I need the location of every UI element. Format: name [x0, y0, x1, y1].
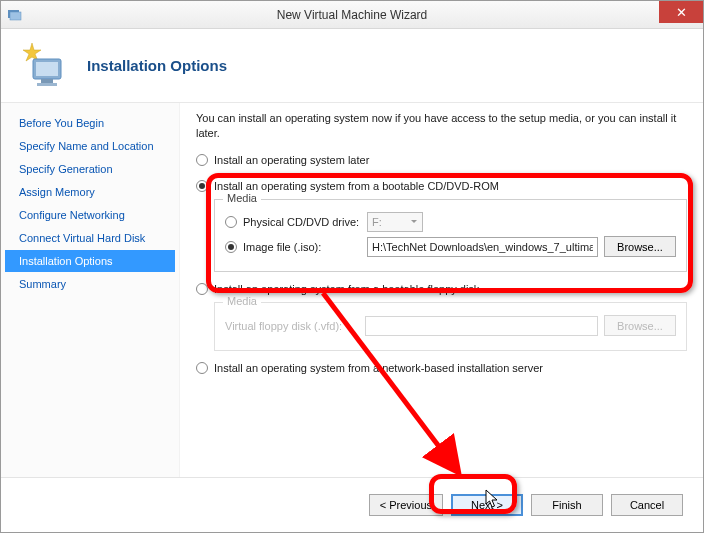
sidebar-item-specify-name[interactable]: Specify Name and Location [5, 135, 175, 157]
sidebar-item-configure-networking[interactable]: Configure Networking [5, 204, 175, 226]
radio-icon [196, 180, 208, 192]
vfd-label: Virtual floppy disk (.vfd): [225, 320, 365, 332]
browse-vfd-button: Browse... [604, 315, 676, 336]
radio-icon [196, 362, 208, 374]
app-icon [7, 7, 23, 23]
option-label: Install an operating system from a boota… [214, 283, 479, 295]
sidebar-item-before-you-begin[interactable]: Before You Begin [5, 112, 175, 134]
wizard-footer: < Previous Next > Finish Cancel [1, 477, 703, 532]
option-label: Install an operating system later [214, 154, 369, 166]
sidebar-item-connect-vhd[interactable]: Connect Virtual Hard Disk [5, 227, 175, 249]
previous-button[interactable]: < Previous [369, 494, 443, 516]
radio-icon [225, 216, 237, 228]
radio-icon [196, 283, 208, 295]
physical-drive-label: Physical CD/DVD drive: [243, 216, 367, 228]
media-legend: Media [223, 295, 261, 307]
sidebar-item-assign-memory[interactable]: Assign Memory [5, 181, 175, 203]
radio-icon [196, 154, 208, 166]
sidebar-item-specify-generation[interactable]: Specify Generation [5, 158, 175, 180]
option-label: Install an operating system from a boota… [214, 180, 499, 192]
svg-rect-5 [41, 79, 53, 83]
next-button[interactable]: Next > [451, 494, 523, 516]
finish-button[interactable]: Finish [531, 494, 603, 516]
option-install-later[interactable]: Install an operating system later [196, 151, 687, 169]
wizard-header: Installation Options [1, 29, 703, 103]
close-button[interactable]: ✕ [659, 1, 703, 23]
option-install-network[interactable]: Install an operating system from a netwo… [196, 359, 687, 377]
close-icon: ✕ [676, 5, 687, 20]
sidebar: Before You Begin Specify Name and Locati… [1, 103, 180, 477]
image-file-input[interactable] [367, 237, 598, 257]
svg-marker-2 [23, 43, 41, 61]
media-group-floppy: Media Virtual floppy disk (.vfd): Browse… [214, 302, 687, 351]
wizard-window: New Virtual Machine Wizard ✕ Installatio… [0, 0, 704, 533]
titlebar: New Virtual Machine Wizard ✕ [1, 1, 703, 29]
wizard-body: Before You Begin Specify Name and Locati… [1, 103, 703, 477]
media-legend: Media [223, 192, 261, 204]
content-area: You can install an operating system now … [180, 103, 703, 477]
browse-iso-button[interactable]: Browse... [604, 236, 676, 257]
radio-icon [225, 241, 237, 253]
sidebar-item-summary[interactable]: Summary [5, 273, 175, 295]
option-install-floppy[interactable]: Install an operating system from a boota… [196, 280, 687, 298]
page-title: Installation Options [87, 57, 227, 74]
window-title: New Virtual Machine Wizard [277, 8, 428, 22]
chevron-down-icon [410, 218, 418, 226]
wizard-icon [21, 41, 71, 91]
option-image-file[interactable]: Image file (.iso): Browse... [225, 236, 676, 257]
cancel-button[interactable]: Cancel [611, 494, 683, 516]
media-group-cd: Media Physical CD/DVD drive: F: Image fi… [214, 199, 687, 272]
svg-rect-1 [10, 12, 21, 20]
intro-text: You can install an operating system now … [196, 111, 687, 141]
physical-drive-select[interactable]: F: [367, 212, 423, 232]
image-file-label: Image file (.iso): [243, 241, 367, 253]
option-label: Install an operating system from a netwo… [214, 362, 543, 374]
svg-rect-4 [36, 62, 58, 76]
sidebar-item-installation-options[interactable]: Installation Options [5, 250, 175, 272]
svg-rect-6 [37, 83, 57, 86]
option-physical-drive[interactable]: Physical CD/DVD drive: F: [225, 212, 676, 232]
vfd-input [365, 316, 598, 336]
drive-value: F: [372, 216, 382, 228]
option-install-cd[interactable]: Install an operating system from a boota… [196, 177, 687, 195]
